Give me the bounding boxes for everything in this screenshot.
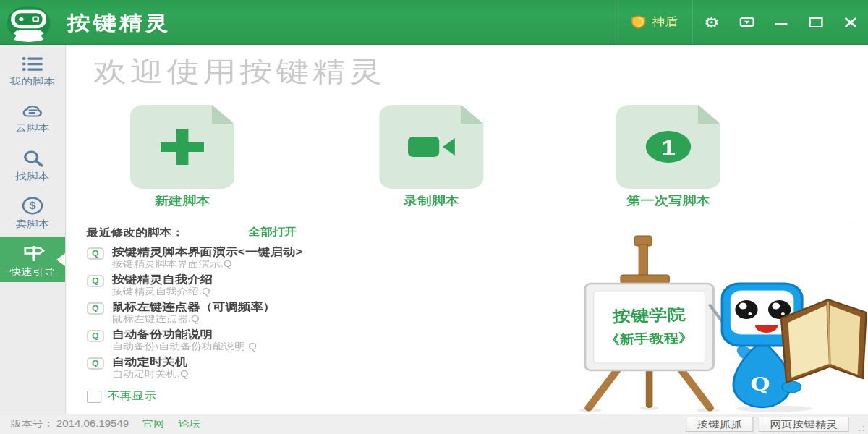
sidebar-item-label: 找脚本: [16, 170, 50, 183]
main-content: 欢迎使用按键精灵 新建脚本 录制脚本: [67, 45, 868, 414]
script-filename: 鼠标左键连点器.Q: [112, 313, 276, 325]
recent-script-row[interactable]: Q 按键精灵脚本界面演示<一键启动> 按键精灵脚本界面演示.Q: [87, 246, 538, 270]
recent-scripts-section: 最近修改的脚本： 全部打开 Q 按键精灵脚本界面演示<一键启动> 按键精灵脚本界…: [87, 226, 538, 383]
svg-text:Q: Q: [92, 332, 99, 340]
welcome-heading: 欢迎使用按键精灵: [94, 54, 386, 90]
script-title: 自动定时关机: [112, 356, 189, 368]
card-label: 第一次写脚本: [616, 194, 720, 209]
web-anjian-button[interactable]: 网页按键精灵: [759, 417, 849, 432]
close-button[interactable]: [833, 0, 868, 44]
dollar-icon: $: [22, 197, 43, 215]
svg-text:$: $: [29, 200, 36, 211]
sidebar-item-label: 卖脚本: [16, 218, 50, 231]
titlebar-separator: [692, 0, 692, 44]
app-window: 按键精灵 神盾 ⚙: [0, 0, 868, 434]
recent-script-row[interactable]: Q 自动备份功能说明 自动备份\自动备份功能说明.Q: [87, 328, 538, 352]
maximize-button[interactable]: [799, 0, 833, 44]
svg-text:《新手教程》: 《新手教程》: [605, 331, 694, 347]
dont-show-label: 不再显示: [108, 390, 156, 403]
recent-scripts-header: 最近修改的脚本：: [87, 226, 184, 238]
svg-text:Q: Q: [92, 277, 99, 285]
gear-icon[interactable]: ⚙: [694, 0, 729, 44]
recent-script-row[interactable]: Q 按键精灵自我介绍 按键精灵自我介绍.Q: [87, 273, 538, 297]
script-title: 鼠标左键连点器（可调频率）: [112, 301, 276, 313]
tray-menu-icon[interactable]: [729, 0, 764, 44]
sidebar-item-cloud-scripts[interactable]: 云脚本: [0, 95, 65, 142]
record-script-card[interactable]: 录制脚本: [379, 105, 483, 209]
official-site-link[interactable]: 官网: [142, 418, 164, 430]
cloud-icon: [20, 103, 45, 119]
shield-badge-label: 神盾: [652, 15, 678, 29]
app-logo-robot-icon: [6, 4, 51, 42]
sidebar-item-label: 快速引导: [10, 265, 55, 278]
script-title: 自动备份功能说明: [112, 328, 257, 341]
section-divider: [80, 221, 856, 221]
sidebar-item-find-scripts[interactable]: 找脚本: [0, 142, 65, 190]
open-all-link[interactable]: 全部打开: [248, 226, 297, 239]
shield-badge[interactable]: 神盾: [618, 0, 690, 44]
recent-script-row[interactable]: Q 鼠标左键连点器（可调频率） 鼠标左键连点器.Q: [87, 301, 538, 325]
status-bar: 版本号：2014.06.19549 官网 论坛 按键抓抓 网页按键精灵: [0, 414, 868, 434]
titlebar-controls: 神盾 ⚙: [613, 0, 868, 44]
title-bar: 按键精灵 神盾 ⚙: [0, 0, 868, 45]
script-doc-icon: Q: [87, 330, 104, 342]
version-label: 版本号：2014.06.19549: [10, 418, 129, 430]
whiteboard: 按键学院 《新手教程》: [585, 284, 714, 370]
dont-show-checkbox[interactable]: [87, 391, 101, 403]
script-title: 按键精灵自我介绍: [112, 273, 213, 286]
sidebar: 我的脚本 云脚本 找脚本 $ 卖脚本: [0, 45, 66, 414]
sidebar-item-sell-scripts[interactable]: $ 卖脚本: [0, 190, 65, 237]
titlebar-separator: [616, 0, 616, 44]
tutorial-illustration: 按键学院 《新手教程》 Q: [573, 233, 868, 412]
svg-text:Q: Q: [751, 373, 770, 396]
sidebar-item-my-scripts[interactable]: 我的脚本: [0, 48, 65, 95]
recent-script-row[interactable]: Q 自动定时关机 自动定时关机.Q: [87, 356, 538, 380]
search-icon: [22, 150, 43, 167]
script-filename: 自动备份\自动备份功能说明.Q: [112, 341, 257, 352]
list-icon: [22, 56, 43, 72]
script-doc-icon: Q: [87, 357, 104, 370]
svg-text:Q: Q: [92, 250, 99, 258]
sidebar-item-label: 我的脚本: [10, 75, 55, 88]
script-doc-icon: Q: [87, 275, 104, 287]
first-script-card[interactable]: 1 第一次写脚本: [616, 105, 720, 209]
app-title: 按键精灵: [67, 10, 171, 36]
new-script-card[interactable]: 新建脚本: [130, 105, 234, 209]
video-camera-icon: [407, 132, 457, 161]
svg-text:1: 1: [661, 135, 676, 159]
svg-text:Q: Q: [92, 305, 99, 312]
script-filename: 按键精灵脚本界面演示.Q: [112, 258, 303, 270]
sidebar-item-quick-guide[interactable]: 快速引导: [0, 237, 65, 282]
sidebar-item-label: 云脚本: [16, 122, 50, 135]
dont-show-again[interactable]: 不再显示: [87, 390, 156, 403]
card-label: 新建脚本: [130, 194, 234, 209]
plus-icon: [157, 126, 208, 168]
script-filename: 自动定时关机.Q: [112, 368, 189, 380]
forum-link[interactable]: 论坛: [179, 418, 200, 430]
minimize-button[interactable]: [764, 0, 799, 44]
script-title: 按键精灵脚本界面演示<一键启动>: [112, 246, 303, 258]
signpost-icon: [20, 244, 45, 263]
version-number: 2014.06.19549: [56, 419, 129, 429]
script-doc-icon: Q: [87, 302, 104, 315]
key-grab-button[interactable]: 按键抓抓: [686, 417, 754, 432]
card-label: 录制脚本: [379, 194, 483, 209]
svg-text:按键学院: 按键学院: [611, 306, 686, 326]
number-one-icon: 1: [644, 129, 692, 164]
script-doc-icon: Q: [87, 247, 104, 260]
shield-icon: [630, 15, 647, 29]
script-filename: 按键精灵自我介绍.Q: [112, 286, 213, 297]
svg-text:Q: Q: [92, 359, 99, 367]
resize-grip[interactable]: [856, 424, 864, 431]
